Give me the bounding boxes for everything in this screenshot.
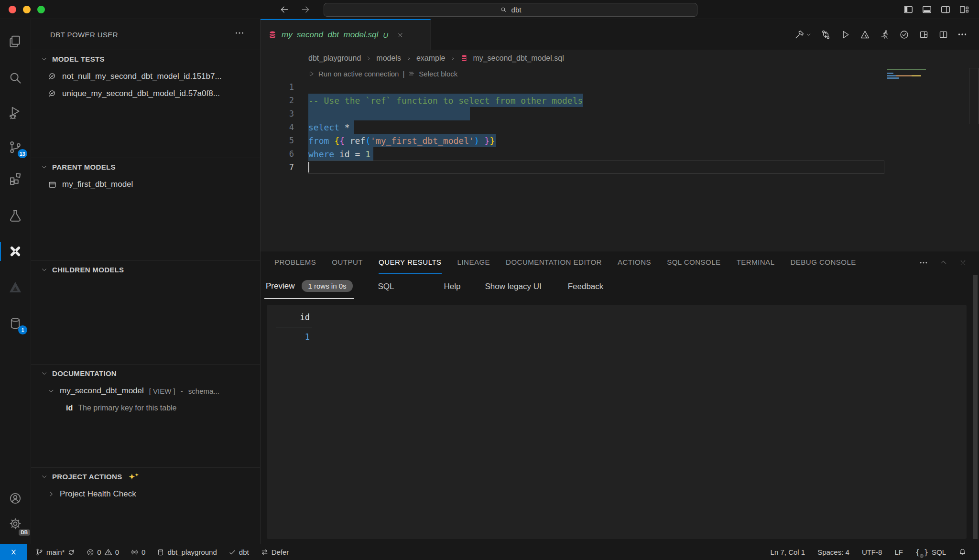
- editor-more-actions-icon[interactable]: [958, 33, 967, 36]
- documentation-model-row[interactable]: my_second_dbt_model [ VIEW ] - schema...: [31, 382, 260, 399]
- code-line[interactable]: 3: [261, 107, 979, 120]
- tab-documentation-editor[interactable]: DOCUMENTATION EDITOR: [506, 251, 602, 274]
- editor-tab[interactable]: my_second_dbt_model.sql U: [261, 19, 431, 50]
- eol-status[interactable]: LF: [894, 548, 903, 556]
- maximize-panel-icon[interactable]: [940, 259, 947, 266]
- code-line[interactable]: 2-- Use the `ref` function to select fro…: [261, 94, 979, 107]
- tab-filename: my_second_dbt_model.sql: [282, 30, 378, 40]
- dbt-status[interactable]: dbt: [228, 548, 249, 556]
- accounts-icon[interactable]: [0, 486, 31, 511]
- code-area[interactable]: 1 2-- Use the `ref` function to select f…: [261, 80, 979, 174]
- section-header-parent-models[interactable]: PARENT MODELS: [31, 158, 260, 176]
- command-center-search[interactable]: dbt: [324, 3, 697, 17]
- section-header-project-actions[interactable]: PROJECT ACTIONS ✦✦: [31, 468, 260, 485]
- run-and-debug-icon[interactable]: [0, 100, 31, 125]
- tab-debug-console[interactable]: DEBUG CONSOLE: [790, 251, 856, 274]
- close-window-button[interactable]: [9, 6, 16, 13]
- section-header-documentation[interactable]: DOCUMENTATION: [31, 365, 260, 382]
- toggle-panel-icon[interactable]: [922, 4, 932, 15]
- open-panel-layout-button[interactable]: [919, 30, 929, 40]
- codelens-run-link[interactable]: Run on active connection: [318, 70, 399, 78]
- forwarded-ports-status[interactable]: 0: [131, 548, 145, 556]
- navigate-back-icon[interactable]: [280, 5, 289, 14]
- section-header-model-tests[interactable]: MODEL TESTS: [31, 50, 260, 68]
- code-line[interactable]: 6where id = 1: [261, 147, 979, 161]
- project-health-check-item[interactable]: Project Health Check: [31, 485, 260, 503]
- close-panel-icon[interactable]: [959, 259, 967, 266]
- code-line[interactable]: 1: [261, 80, 979, 94]
- dbt-logo-icon[interactable]: [0, 275, 31, 300]
- codelens-select-block-link[interactable]: Select block: [419, 70, 457, 78]
- editor-toolbar: [794, 19, 967, 50]
- tab-close-icon[interactable]: [397, 32, 404, 39]
- tab-output[interactable]: OUTPUT: [332, 251, 363, 274]
- settings-gear-icon[interactable]: DB: [0, 511, 31, 536]
- tab-problems[interactable]: PROBLEMS: [274, 251, 316, 274]
- tab-actions[interactable]: ACTIONS: [618, 251, 651, 274]
- dbt-power-user-icon[interactable]: [0, 239, 31, 264]
- defer-toggle[interactable]: Defer: [261, 548, 289, 556]
- navigate-forward-icon[interactable]: [301, 5, 310, 14]
- documentation-column-row[interactable]: id The primary key for this table: [31, 399, 260, 417]
- execute-dbt-model-button[interactable]: [840, 30, 850, 40]
- build-dbt-model-button[interactable]: [794, 30, 811, 40]
- problems-status[interactable]: 0 0: [87, 548, 119, 556]
- model-window-icon: [48, 180, 57, 189]
- panel-more-actions-icon[interactable]: [920, 261, 927, 264]
- encoding-status[interactable]: UTF-8: [862, 548, 882, 556]
- model-test-item[interactable]: not_null_my_second_dbt_model_id.151b7...: [31, 68, 260, 85]
- test-model-button[interactable]: [899, 30, 909, 40]
- code-line[interactable]: 5from {{ ref('my_first_dbt_model') }}: [261, 134, 979, 147]
- minimap[interactable]: [887, 69, 926, 80]
- breadcrumb-item[interactable]: my_second_dbt_model.sql: [473, 54, 564, 63]
- select-block-icon: [408, 70, 415, 77]
- panel-scrollbar[interactable]: [973, 275, 978, 539]
- source-control-icon[interactable]: 13: [0, 135, 31, 160]
- breadcrumb-item[interactable]: dbt_playground: [308, 54, 361, 63]
- customize-layout-icon[interactable]: [959, 4, 969, 15]
- run-model-runner-button[interactable]: [880, 30, 890, 40]
- subtab-preview[interactable]: Preview 1 rows in 0s: [264, 274, 354, 299]
- dbt-docs-button[interactable]: [860, 30, 870, 40]
- explorer-icon[interactable]: [0, 29, 31, 54]
- git-branch-status[interactable]: main*: [35, 548, 75, 556]
- breadcrumb-item[interactable]: models: [376, 54, 401, 63]
- remote-indicator[interactable]: [0, 544, 27, 560]
- editor-group: my_second_dbt_model.sql U: [261, 19, 979, 251]
- notifications-bell-icon[interactable]: [958, 548, 967, 556]
- code-line[interactable]: 4select *: [261, 120, 979, 134]
- chevron-down-icon: [41, 370, 47, 377]
- indentation-status[interactable]: Spaces: 4: [817, 548, 849, 556]
- sidebar-more-icon[interactable]: [235, 32, 244, 34]
- subtab-show-legacy-ui[interactable]: Show legacy UI: [485, 274, 542, 299]
- tab-lineage[interactable]: LINEAGE: [457, 251, 490, 274]
- toggle-secondary-sidebar-icon[interactable]: [940, 4, 951, 15]
- active-database-status[interactable]: dbt_playground: [157, 548, 217, 556]
- search-sidebar-icon[interactable]: [0, 65, 31, 90]
- tab-terminal[interactable]: TERMINAL: [737, 251, 775, 274]
- tab-sql-console[interactable]: SQL CONSOLE: [667, 251, 720, 274]
- maximize-window-button[interactable]: [37, 6, 45, 13]
- parent-model-item[interactable]: my_first_dbt_model: [31, 176, 260, 193]
- tab-query-results[interactable]: QUERY RESULTS: [379, 251, 442, 274]
- toggle-primary-sidebar-icon[interactable]: [903, 4, 914, 15]
- breadcrumb-item[interactable]: example: [416, 54, 445, 63]
- extensions-icon[interactable]: [0, 166, 31, 191]
- overview-ruler[interactable]: [969, 68, 979, 124]
- subtab-feedback[interactable]: Feedback: [568, 274, 604, 299]
- query-results-subtabs: Preview 1 rows in 0s SQL Help Show legac…: [261, 274, 979, 299]
- testing-icon[interactable]: [0, 204, 31, 228]
- minimize-window-button[interactable]: [23, 6, 31, 13]
- subtab-sql[interactable]: SQL: [378, 274, 394, 299]
- section-header-children-models[interactable]: CHILDREN MODELS: [31, 261, 260, 279]
- code-line[interactable]: 7: [261, 161, 979, 174]
- verified-test-icon: [48, 72, 57, 81]
- database-explorer-icon[interactable]: 1: [0, 311, 31, 336]
- compare-lineage-button[interactable]: [821, 30, 831, 40]
- cursor-position-status[interactable]: Ln 7, Col 1: [771, 548, 805, 556]
- language-mode-status[interactable]: { } SQL: [915, 548, 946, 557]
- chevron-down-icon: [41, 56, 47, 62]
- subtab-help[interactable]: Help: [444, 274, 461, 299]
- model-test-item[interactable]: unique_my_second_dbt_model_id.57a0f8...: [31, 85, 260, 102]
- split-editor-button[interactable]: [938, 30, 948, 40]
